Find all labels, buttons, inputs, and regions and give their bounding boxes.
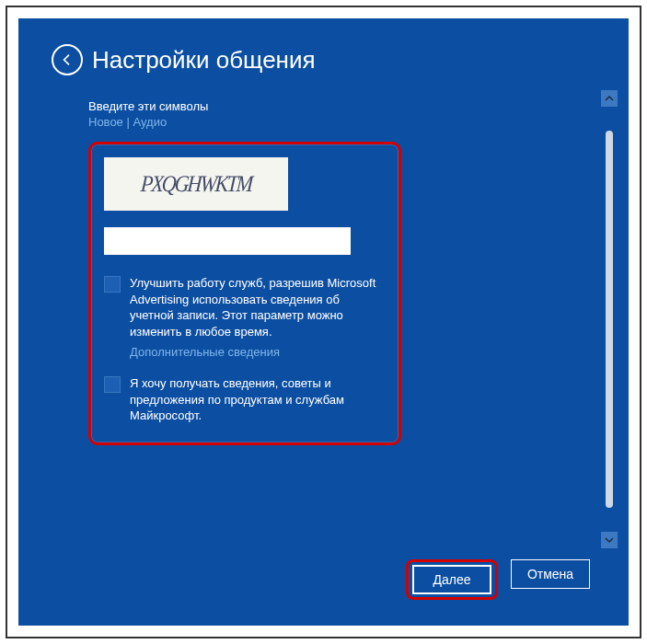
footer-buttons: Далее Отмена — [406, 559, 590, 600]
advertising-checkbox-row: Улучшить работу служб, разрешив Microsof… — [104, 275, 386, 339]
setup-panel: Настройки общения Введите эти символы Но… — [18, 18, 629, 626]
next-button[interactable]: Далее — [412, 565, 491, 594]
captcha-image: PXQGHWKTM — [104, 157, 288, 211]
captcha-instruction: Введите эти символы — [88, 99, 595, 113]
chevron-up-icon — [605, 94, 614, 103]
back-button[interactable] — [52, 44, 83, 75]
captcha-characters: PXQGHWKTM — [140, 170, 252, 198]
cancel-button[interactable]: Отмена — [511, 559, 590, 589]
chevron-down-icon — [605, 535, 614, 545]
header: Настройки общения — [52, 44, 595, 75]
page-title: Настройки общения — [92, 46, 316, 75]
scroll-down-button[interactable] — [601, 532, 618, 548]
link-separator: | — [123, 115, 133, 129]
newsletter-checkbox[interactable] — [104, 376, 121, 393]
captcha-input[interactable] — [104, 227, 351, 255]
scroll-track[interactable] — [606, 131, 613, 508]
captcha-audio-link[interactable]: Аудио — [133, 115, 167, 129]
newsletter-checkbox-row: Я хочу получать сведения, советы и предл… — [104, 375, 386, 424]
scrollbar[interactable] — [601, 90, 618, 550]
back-arrow-icon — [60, 52, 75, 67]
captcha-links: Новое | Аудио — [88, 115, 595, 129]
more-info-link[interactable]: Дополнительные сведения — [130, 345, 386, 359]
advertising-checkbox[interactable] — [104, 276, 121, 293]
captcha-new-link[interactable]: Новое — [88, 115, 123, 129]
advertising-checkbox-label: Улучшить работу служб, разрешив Microsof… — [130, 275, 386, 339]
highlighted-form-region: PXQGHWKTM Улучшить работу служб, разреши… — [88, 142, 401, 445]
scroll-up-button[interactable] — [601, 90, 618, 107]
window-frame: Настройки общения Введите эти символы Но… — [6, 6, 641, 638]
content-area: Введите эти символы Новое | Аудио PXQGHW… — [88, 99, 595, 445]
highlighted-next-region: Далее — [406, 559, 498, 600]
newsletter-checkbox-label: Я хочу получать сведения, советы и предл… — [130, 375, 386, 424]
